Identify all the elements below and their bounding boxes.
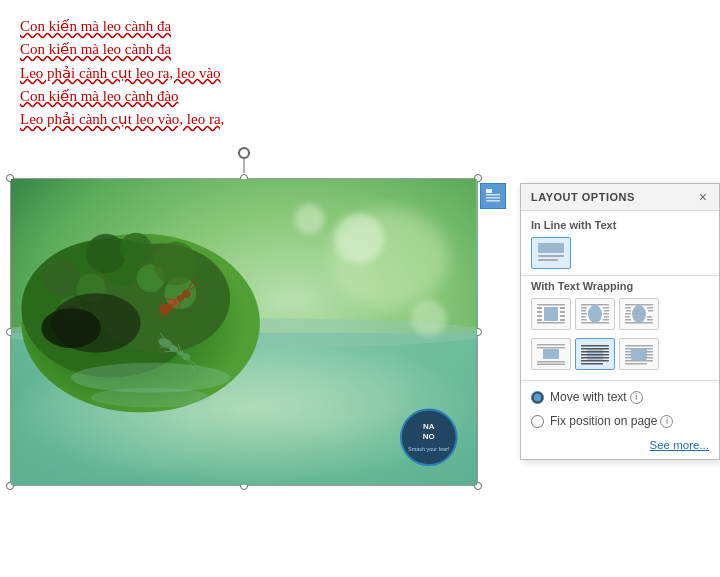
layout-icon-inline[interactable] (531, 237, 571, 269)
svg-rect-74 (581, 310, 586, 312)
svg-rect-76 (581, 316, 586, 318)
svg-rect-54 (486, 189, 492, 193)
svg-rect-96 (648, 310, 653, 312)
svg-point-19 (41, 308, 101, 348)
svg-rect-69 (560, 319, 565, 321)
svg-rect-95 (647, 307, 653, 309)
layout-icon-tight[interactable] (575, 298, 615, 330)
svg-point-16 (43, 260, 79, 296)
selected-image[interactable]: NA NO Smash your fear! (10, 178, 478, 486)
svg-rect-113 (581, 363, 603, 365)
wrapping-section-label: With Text Wrapping (521, 275, 719, 296)
see-more-link[interactable]: See more... (521, 433, 719, 459)
svg-rect-68 (560, 315, 565, 317)
svg-rect-111 (581, 357, 609, 359)
svg-rect-79 (604, 310, 609, 312)
rotate-handle[interactable] (238, 147, 250, 159)
image-svg: NA NO Smash your fear! (11, 179, 477, 485)
svg-rect-104 (537, 361, 565, 363)
panel-title: LAYOUT OPTIONS (531, 191, 635, 203)
inline-section-label: In Line with Text (521, 211, 719, 235)
svg-point-46 (334, 214, 384, 264)
panel-divider (521, 380, 719, 381)
layout-icon-through[interactable] (619, 298, 659, 330)
svg-rect-87 (626, 310, 631, 312)
svg-rect-103 (537, 347, 565, 349)
svg-rect-59 (538, 255, 564, 257)
svg-rect-78 (603, 307, 609, 309)
fix-position-option[interactable]: Fix position on page i (521, 409, 719, 433)
fix-position-info-icon[interactable]: i (660, 415, 673, 428)
layout-options-panel: LAYOUT OPTIONS × In Line with Text With … (520, 183, 720, 460)
layout-icon-behind[interactable] (575, 338, 615, 370)
svg-rect-75 (581, 313, 587, 315)
doc-line-5: Leo phải cành cụt leo vào, leo ra, (20, 108, 490, 131)
move-with-text-info-icon[interactable]: i (630, 391, 643, 404)
svg-rect-98 (647, 319, 653, 321)
svg-rect-83 (581, 304, 609, 306)
svg-rect-101 (543, 349, 559, 359)
svg-rect-55 (486, 194, 500, 196)
svg-rect-88 (634, 310, 638, 312)
svg-rect-80 (603, 313, 609, 315)
move-with-text-radio[interactable] (531, 391, 544, 404)
layout-options-trigger[interactable] (480, 183, 506, 209)
image-content: NA NO Smash your fear! (11, 179, 477, 485)
layout-icon-topbottom[interactable] (531, 338, 571, 370)
svg-rect-58 (538, 243, 564, 253)
svg-point-72 (588, 305, 602, 323)
panel-header: LAYOUT OPTIONS × (521, 184, 719, 211)
svg-rect-90 (633, 313, 638, 315)
svg-point-17 (154, 242, 198, 286)
move-with-text-label: Move with text i (550, 390, 643, 404)
fix-position-radio[interactable] (531, 415, 544, 428)
svg-rect-65 (537, 319, 542, 321)
svg-rect-91 (640, 313, 645, 315)
svg-rect-120 (625, 363, 647, 365)
svg-rect-61 (544, 307, 558, 321)
svg-text:NO: NO (423, 432, 435, 441)
doc-line-2: Con kiến mà leo cành đa (20, 38, 490, 61)
svg-rect-105 (537, 364, 565, 366)
svg-rect-64 (537, 315, 542, 317)
svg-rect-89 (625, 313, 631, 315)
svg-point-14 (86, 234, 126, 274)
svg-rect-110 (581, 354, 609, 356)
svg-point-15 (120, 233, 152, 265)
svg-rect-102 (537, 344, 565, 346)
layout-icon-square[interactable] (531, 298, 571, 330)
layout-icon-infront[interactable] (619, 338, 659, 370)
svg-rect-63 (537, 311, 542, 313)
svg-rect-77 (581, 319, 587, 321)
close-button[interactable]: × (697, 190, 709, 204)
svg-rect-100 (625, 322, 653, 324)
svg-rect-56 (486, 197, 500, 199)
svg-rect-81 (604, 316, 609, 318)
svg-rect-82 (603, 319, 609, 321)
inline-icons-row (521, 235, 719, 275)
svg-text:Smash your fear!: Smash your fear! (408, 446, 450, 452)
svg-rect-84 (581, 322, 609, 324)
svg-rect-109 (581, 351, 609, 353)
svg-point-47 (411, 300, 447, 336)
layout-trigger-icon (485, 188, 501, 204)
svg-rect-112 (581, 360, 609, 362)
doc-line-4: Con kiến mà leo cành đào (20, 85, 490, 108)
svg-rect-119 (625, 360, 653, 362)
svg-rect-70 (537, 304, 565, 306)
svg-rect-99 (625, 304, 653, 306)
fix-position-label: Fix position on page i (550, 414, 673, 428)
svg-rect-94 (625, 319, 631, 321)
svg-rect-57 (486, 200, 500, 202)
doc-line-1: Con kiến mà leo cành đa (20, 15, 490, 38)
svg-point-45 (91, 388, 210, 408)
svg-rect-107 (581, 345, 609, 347)
move-with-text-option[interactable]: Move with text i (521, 385, 719, 409)
svg-rect-67 (560, 311, 565, 313)
wrapping-icons-row2 (521, 336, 719, 376)
svg-rect-93 (634, 316, 638, 318)
svg-rect-121 (631, 348, 647, 360)
svg-rect-108 (581, 348, 609, 350)
svg-rect-71 (537, 322, 565, 324)
svg-rect-60 (538, 259, 558, 261)
